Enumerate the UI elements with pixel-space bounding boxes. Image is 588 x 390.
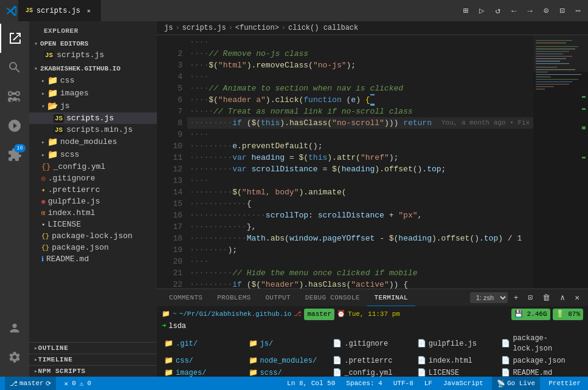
folder-open-icon: 📂 (47, 101, 58, 111)
breadcrumb-callback[interactable]: click() callback (288, 24, 358, 32)
file-icon: 📄 (333, 368, 342, 377)
tab-problems[interactable]: PROBLEMS (210, 289, 258, 306)
go-live-button[interactable]: 📡 Go Live (492, 377, 540, 390)
svg-rect-15 (536, 74, 581, 75)
folder-chevron-icon: ▸ (41, 90, 45, 97)
refresh-button[interactable]: ↺ (493, 4, 502, 17)
close-panel-button[interactable]: ✕ (571, 292, 583, 304)
tree-item-config[interactable]: {} _config.yml (29, 161, 157, 173)
tree-item-license[interactable]: ▪ LICENSE (29, 219, 157, 230)
dir-icon: 📁 (249, 356, 258, 366)
activity-search[interactable] (0, 53, 29, 82)
tab-output[interactable]: OUTPUT (258, 289, 297, 306)
svg-rect-10 (536, 61, 560, 61)
breadcrumb-file[interactable]: scripts.js (182, 24, 226, 32)
activity-settings[interactable] (0, 343, 29, 372)
svg-rect-23 (582, 108, 586, 110)
file-name: README.md (46, 255, 89, 264)
code-line: ···· (187, 129, 533, 140)
language-mode[interactable]: JavaScript (441, 377, 486, 390)
js-file-icon: JS (54, 126, 64, 134)
cursor-position[interactable]: Ln 8, Col 50 (285, 377, 337, 390)
terminal-path: ~/Pr/Gi/2kabhishek.github.io (179, 309, 292, 320)
code-editor[interactable]: 23456 7891011 1213141516 1718192021 2223… (157, 35, 588, 289)
folder-name: images (60, 89, 89, 98)
open-editors-section[interactable]: ▾ OPEN EDITORS (29, 38, 157, 49)
tree-item-prettierrc[interactable]: ✦ .prettierrc (29, 184, 157, 196)
delete-terminal-button[interactable]: 🗑 (539, 292, 554, 304)
tree-item-package-lock[interactable]: {} package-lock.json (29, 230, 157, 242)
file-icon: 📄 (501, 368, 510, 377)
folder-chevron-icon: ▸ (41, 77, 45, 84)
split-terminal-button[interactable]: ⊡ (525, 292, 537, 304)
tree-item-gitignore[interactable]: ◎ .gitignore (29, 173, 157, 184)
tab-debug-console[interactable]: DEBUG CONSOLE (298, 289, 367, 306)
prettier-status[interactable]: Prettier (546, 377, 583, 390)
folder-icon: 📁 (47, 149, 58, 160)
indentation[interactable]: Spaces: 4 (344, 377, 384, 390)
timeline-section[interactable]: ▸ TIMELINE (29, 354, 157, 365)
run-button[interactable]: ▷ (477, 4, 486, 17)
breadcrumb-js[interactable]: js (164, 24, 173, 32)
clock-icon: ⏰ (337, 309, 345, 320)
folder-icon: 📁 (47, 137, 58, 147)
npm-scripts-label: NPM SCRIPTS (38, 368, 86, 375)
more-button[interactable]: ⋯ (573, 4, 583, 17)
terminal-content[interactable]: 📁 ~ ~/Pr/Gi/2kabhishek.github.io ⎇ maste… (157, 306, 588, 377)
npm-scripts-section[interactable]: ▸ NPM SCRIPTS (29, 365, 157, 377)
project-section[interactable]: ▾ 2KABHISHEK.GITHUB.IO (29, 63, 157, 74)
tree-item-node-modules[interactable]: ▸ 📁 node_modules (29, 135, 157, 148)
outline-section[interactable]: ▸ OUTLINE (29, 342, 157, 354)
panel-actions: 1: zsh + ⊡ 🗑 ∧ ✕ (470, 292, 583, 304)
circle-button[interactable]: ⊙ (541, 4, 551, 17)
open-file-scripts-js[interactable]: JS scripts.js (29, 49, 157, 61)
file-icon: 📄 (417, 356, 426, 366)
tree-item-css[interactable]: ▸ 📁 css (29, 74, 157, 87)
folder-chevron-icon: ▸ (41, 139, 45, 146)
maximize-panel-button[interactable]: ∧ (556, 292, 569, 304)
add-terminal-button[interactable]: + (510, 292, 522, 304)
activity-extensions[interactable]: 16 (0, 140, 29, 169)
tree-item-scripts-min[interactable]: JS scripts.min.js (29, 124, 157, 135)
encoding[interactable]: UTF-8 (391, 377, 416, 390)
activity-run[interactable] (0, 111, 29, 140)
back-button[interactable]: ← (509, 5, 519, 17)
vscode-icon (5, 4, 18, 18)
tree-item-index-html[interactable]: ⊞ index.html (29, 207, 157, 219)
tab-scripts-js[interactable]: JS scripts.js ✕ (18, 0, 101, 21)
errors-warnings[interactable]: ✕ 0 ⚠ 0 (62, 377, 94, 390)
git-icon: ⎇ (294, 309, 302, 320)
code-content[interactable]: ···· ···· // Remove no-js class ···· $("… (187, 35, 533, 289)
svg-rect-18 (536, 81, 572, 82)
code-line: ···· $("header a").click(function (e) {█ (187, 94, 533, 106)
file-name: gulpfile.js (48, 197, 100, 206)
tab-terminal[interactable]: TERMINAL (367, 289, 415, 306)
tree-item-images[interactable]: ▸ 📁 images (29, 87, 157, 100)
tree-item-scripts-js[interactable]: JS scripts.js (29, 112, 157, 124)
forward-button[interactable]: → (525, 5, 534, 17)
activity-source-control[interactable] (0, 82, 29, 111)
tree-item-gulpfile[interactable]: ◉ gulpfile.js (29, 196, 157, 207)
svg-rect-8 (536, 56, 572, 56)
svg-rect-16 (536, 77, 551, 77)
split-editor-button[interactable]: ⊞ (461, 4, 471, 17)
code-line: ···· // Animate to section when nav is c… (187, 83, 533, 94)
tree-item-package[interactable]: {} package.json (29, 242, 157, 253)
tree-item-scss[interactable]: ▸ 📁 scss (29, 148, 157, 161)
activity-explorer[interactable] (0, 24, 29, 53)
breadcrumb-function[interactable]: <function> (235, 24, 279, 32)
activity-account[interactable] (0, 313, 29, 343)
terminal-time: Tue, 11:37 pm (348, 309, 400, 320)
tab-close-button[interactable]: ✕ (84, 6, 94, 16)
tree-item-js[interactable]: ▾ 📂 js (29, 100, 157, 112)
gulp-icon: ◉ (41, 197, 46, 205)
encoding-text: UTF-8 (393, 380, 413, 387)
tab-comments[interactable]: COMMENTS (162, 289, 210, 306)
terminal-select[interactable]: 1: zsh (470, 292, 508, 303)
panel-tabs: COMMENTS PROBLEMS OUTPUT DEBUG CONSOLE T… (157, 289, 588, 306)
line-ending[interactable]: LF (422, 377, 435, 390)
tree-item-readme[interactable]: ℹ README.md (29, 253, 157, 265)
svg-rect-13 (536, 69, 575, 70)
layout-button[interactable]: ⊡ (557, 4, 567, 17)
git-branch-status[interactable]: ⎇ master ⟳ (5, 377, 56, 390)
